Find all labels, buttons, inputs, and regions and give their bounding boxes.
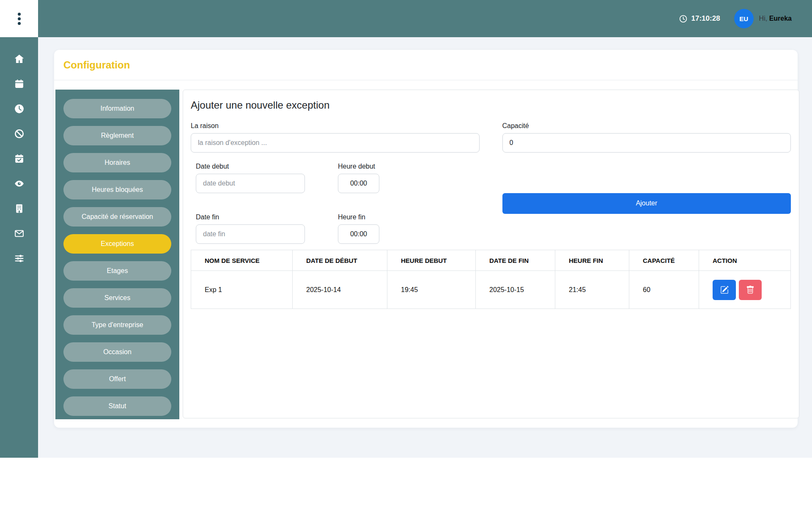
date-start-input[interactable] bbox=[196, 174, 305, 193]
config-nav-item[interactable]: Occasion bbox=[63, 342, 171, 362]
config-nav-item[interactable]: Offert bbox=[63, 369, 171, 389]
time-start-label: Heure debut bbox=[338, 163, 379, 170]
sidebar-toggle-button[interactable] bbox=[0, 0, 38, 37]
top-bar: 17:10:28 EU Hi, Eureka bbox=[38, 0, 812, 37]
reason-label: La raison bbox=[191, 122, 480, 130]
cell-date-end: 2025-10-15 bbox=[476, 271, 555, 309]
ban-icon[interactable] bbox=[14, 128, 25, 139]
time-end-input[interactable] bbox=[338, 224, 379, 244]
table-header-cell: ACTION bbox=[699, 250, 791, 271]
config-nav-item[interactable]: Type d'entreprise bbox=[63, 315, 171, 335]
reason-input[interactable] bbox=[191, 133, 480, 153]
page-title: Configuration bbox=[63, 59, 130, 71]
delete-row-button[interactable] bbox=[739, 280, 762, 300]
add-exception-button[interactable]: Ajouter bbox=[502, 193, 791, 214]
date-end-label: Date fin bbox=[196, 213, 305, 221]
user-avatar[interactable]: EU bbox=[734, 9, 754, 28]
config-nav-item[interactable]: Horaires bbox=[63, 153, 171, 172]
time-start-input[interactable] bbox=[338, 174, 379, 193]
table-header-cell: HEURE DEBUT bbox=[387, 250, 476, 271]
table-header-cell: CAPACITÉ bbox=[629, 250, 699, 271]
time-start-field-group: Heure debut bbox=[338, 163, 379, 193]
sliders-icon[interactable] bbox=[14, 253, 25, 264]
table-header-cell: NOM DE SERVICE bbox=[191, 250, 293, 271]
table-header-row: NOM DE SERVICEDATE DE DÉBUTHEURE DEBUTDA… bbox=[191, 250, 791, 271]
config-nav-item[interactable]: Etages bbox=[63, 261, 171, 281]
table-row: Exp 1 2025-10-14 19:45 2025-10-15 21:45 … bbox=[191, 271, 791, 309]
cell-service-name: Exp 1 bbox=[191, 271, 293, 309]
user-greeting: Hi, Eureka bbox=[759, 15, 792, 22]
capacity-field-group: Capacité bbox=[502, 122, 791, 153]
date-end-input[interactable] bbox=[196, 224, 305, 244]
home-icon[interactable] bbox=[14, 53, 25, 64]
configuration-card: Configuration Information Règlement Hora… bbox=[54, 50, 798, 428]
cell-date-start: 2025-10-14 bbox=[293, 271, 387, 309]
calendar-icon[interactable] bbox=[14, 78, 25, 89]
config-nav-item[interactable]: Capacité de réservation bbox=[63, 207, 171, 227]
cell-time-end: 21:45 bbox=[555, 271, 629, 309]
time-clock-icon bbox=[679, 14, 688, 23]
eye-icon[interactable] bbox=[14, 178, 25, 189]
exceptions-panel: Ajouter une nouvelle exception La raison… bbox=[183, 90, 799, 418]
date-start-label: Date debut bbox=[196, 163, 305, 170]
config-nav-item[interactable]: Information bbox=[63, 99, 171, 118]
pencil-square-icon bbox=[720, 286, 729, 294]
table-header-cell: DATE DE DÉBUT bbox=[293, 250, 387, 271]
kebab-menu-icon bbox=[18, 13, 21, 25]
clock-icon[interactable] bbox=[14, 103, 25, 114]
form-heading: Ajouter une nouvelle exception bbox=[191, 99, 791, 111]
icon-sidebar bbox=[0, 0, 38, 458]
row-actions bbox=[713, 280, 790, 300]
exceptions-table: NOM DE SERVICEDATE DE DÉBUTHEURE DEBUTDA… bbox=[191, 250, 791, 309]
time-end-label: Heure fin bbox=[338, 213, 379, 221]
date-start-field-group: Date debut bbox=[196, 163, 305, 193]
config-nav-item[interactable]: Services bbox=[63, 288, 171, 308]
config-nav: Information Règlement Horaires Heures bl… bbox=[55, 90, 179, 419]
table-header-cell: HEURE FIN bbox=[555, 250, 629, 271]
cell-time-start: 19:45 bbox=[387, 271, 476, 309]
current-time: 17:10:28 bbox=[691, 14, 720, 23]
table-header-cell: DATE DE FIN bbox=[476, 250, 555, 271]
capacity-label: Capacité bbox=[502, 122, 791, 130]
card-header: Configuration bbox=[54, 50, 798, 80]
edit-row-button[interactable] bbox=[713, 280, 736, 300]
time-end-field-group: Heure fin bbox=[338, 213, 379, 244]
cell-capacity: 60 bbox=[629, 271, 699, 309]
date-end-field-group: Date fin bbox=[196, 213, 305, 244]
config-nav-item[interactable]: Exceptions bbox=[63, 234, 171, 254]
building-icon[interactable] bbox=[14, 203, 25, 214]
config-nav-item[interactable]: Règlement bbox=[63, 126, 171, 145]
reason-field-group: La raison bbox=[191, 122, 480, 153]
config-nav-item[interactable]: Statut bbox=[63, 396, 171, 416]
user-name: Eureka bbox=[769, 15, 792, 22]
config-nav-item[interactable]: Heures bloquées bbox=[63, 180, 171, 199]
trash-icon bbox=[746, 286, 754, 294]
calendar-check-icon[interactable] bbox=[14, 153, 25, 164]
envelope-icon[interactable] bbox=[14, 228, 25, 239]
app-window: 17:10:28 EU Hi, Eureka Configuration Inf… bbox=[0, 0, 812, 458]
capacity-input[interactable] bbox=[502, 133, 791, 153]
